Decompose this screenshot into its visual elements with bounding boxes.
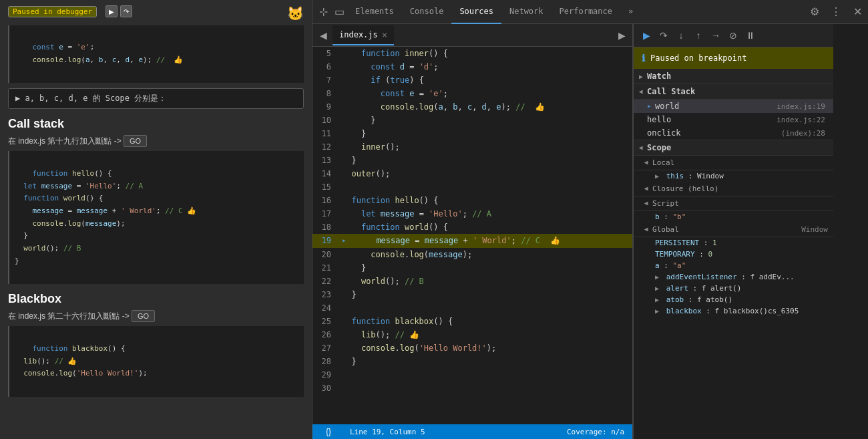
step-btn[interactable]: → [708,28,723,43]
code-line-19: 19 ➤ message = message + ' World'; // C … [312,234,632,248]
this-prop: this [666,172,684,180]
closure-header[interactable]: ▼ Closure (hello) [634,182,833,196]
global-label: Global [652,225,679,234]
resume-btn[interactable]: ▶ [105,5,118,17]
step-out-btn[interactable]: ↑ [691,28,706,43]
settings-icon[interactable]: ⚙ [807,4,823,20]
global-a: a : "a" [634,260,833,271]
global-atob[interactable]: ▶ atob : f atob() [634,294,833,305]
call-entry-hello[interactable]: hello index.js:22 [634,113,833,126]
format-btn[interactable]: {} [320,424,337,439]
global-chevron: ▼ [643,227,650,231]
local-header[interactable]: ▼ Local [634,156,833,170]
step-over-next-btn[interactable]: ↷ [656,28,671,43]
code-line-13: 13 } [312,154,632,167]
github-icon: 🐱 [287,5,304,21]
local-label: Local [652,158,674,167]
file-tab-index-js[interactable]: index.js × [333,25,394,45]
go-btn-1[interactable]: GO [124,135,147,147]
status-bar: {} Line 19, Column 5 Coverage: n/a [312,424,632,439]
file-tabs: ◀ index.js × ▶ [312,24,632,47]
scope-box[interactable]: ▶ a, b, c, d, e 的 Scope 分别是： [8,88,304,109]
code-line-10: 10 } [312,114,632,127]
scope-toggle[interactable]: ▶ a, b, c, d, e 的 Scope 分别是： [15,94,166,103]
call-name-hello: hello [647,115,671,124]
code-line-24: 24 [312,301,632,315]
tab-elements[interactable]: Elements [347,0,402,24]
close-devtools-icon[interactable]: ✕ [849,4,865,20]
call-entry-onclick[interactable]: onclick (index):28 [634,126,833,140]
code-line-25: 25 function blackbox() { [312,315,632,328]
global-header[interactable]: ▼ Global Window [634,223,833,237]
go-btn-2[interactable]: GO [132,310,155,322]
code-line-17: 17 let message = 'Hello'; // A [312,207,632,221]
code-line-27: 27 console.log('Hello World!'); [312,341,632,355]
resume-execution-btn[interactable]: ▶ [639,28,654,43]
code-line-29: 29 [312,368,632,382]
call-entry-world[interactable]: ➤ world index.js:19 [634,100,833,113]
file-tab-back[interactable]: ◀ [315,27,331,43]
tabs-right: ⚙ ⋮ ✕ [807,4,865,20]
code-line-26: 26 lib(); // 👍 [312,328,632,341]
call-loc-hello: index.js:22 [777,116,825,124]
file-tab-name: index.js [339,30,378,39]
code-line-30: 30 [312,382,632,395]
main-area: ◀ index.js × ▶ 5 function inner() { 6 [312,24,868,439]
top-code: const e = 'e'; console.log(a, b, c, d, e… [8,25,304,84]
script-label: Script [652,199,679,208]
this-val: Window [697,172,724,180]
call-loc-onclick: (index):28 [781,129,825,138]
callstack-chevron: ▼ [638,90,645,94]
scope-this[interactable]: ▶ this : Window [634,170,833,182]
b-prop: b [655,212,660,221]
blackbox-sub: 在 index.js 第二十六行加入斷點 -> GO [8,310,304,322]
more-options-icon[interactable]: ⋮ [828,4,844,20]
step-over-btn[interactable]: ↷ [120,5,132,17]
global-persistent: PERSISTENT : 1 [634,237,833,249]
code-line-21: 21 } [312,261,632,275]
local-chevron: ▼ [643,160,650,164]
scope-section-header[interactable]: ▼ Scope [634,140,833,156]
debugger-toolbar: ▶ ↷ ↓ ↑ → ⊘ ⏸ [634,24,833,47]
play-icon[interactable]: ▶ [614,27,630,43]
debugger-right-panel: ▶ ↷ ↓ ↑ → ⊘ ⏸ ℹ Paused on breakpoint ▶ W… [633,24,833,439]
code-line-28: 28 } [312,355,632,368]
global-alert[interactable]: ▶ alert : f alert() [634,283,833,294]
code-line-8: 8 const e = 'e'; [312,87,632,100]
blackbox-code: function blackbox() { lib(); // 👍 consol… [8,326,304,396]
code-editor[interactable]: 5 function inner() { 6 const d = 'd'; 7 … [312,47,632,424]
call-name-world: world [655,102,679,111]
global-blackbox[interactable]: ▶ blackbox : f blackbox()cs_6305 [634,305,833,317]
tab-more[interactable]: » [620,0,641,24]
tab-sources[interactable]: Sources [451,0,501,24]
pause-exceptions-btn[interactable]: ⏸ [743,28,758,43]
device-icon[interactable]: ▭ [331,4,347,20]
global-addeventlistener[interactable]: ▶ addEventListener : f addEv... [634,271,833,283]
deactivate-breakpoints-btn[interactable]: ⊘ [726,28,740,43]
watch-section-header[interactable]: ▶ Watch [634,69,833,84]
watch-chevron: ▶ [639,73,643,80]
call-name-onclick: onclick [647,128,681,138]
code-line-15: 15 [312,180,632,194]
sources-left: ◀ index.js × ▶ 5 function inner() { 6 [312,24,633,439]
script-b: b : "b" [634,211,833,223]
file-tab-close[interactable]: × [382,29,387,40]
tab-performance[interactable]: Performance [552,0,620,24]
scope-chevron: ▼ [638,146,645,150]
code-line-23: 23 } [312,288,632,301]
script-header[interactable]: ▼ Script [634,196,833,211]
code-line-7: 7 if (true) { [312,74,632,87]
closure-chevron: ▼ [643,186,650,190]
step-into-btn[interactable]: ↓ [674,28,688,43]
code-line-22: 22 world(); // B [312,275,632,288]
tab-network[interactable]: Network [501,0,552,24]
code-line-20: 20 console.log(message); [312,248,632,261]
callstack-section-header[interactable]: ▼ Call Stack [634,84,833,100]
code-line-5: 5 function inner() { [312,47,632,60]
script-chevron: ▼ [643,201,650,205]
inspector-icon[interactable]: ⊹ [315,4,331,20]
global-temporary: TEMPORARY : 0 [634,249,833,260]
tab-console[interactable]: Console [402,0,452,24]
cursor-position: Line 19, Column 5 [350,428,425,436]
paused-banner: ℹ Paused on breakpoint [634,47,833,69]
